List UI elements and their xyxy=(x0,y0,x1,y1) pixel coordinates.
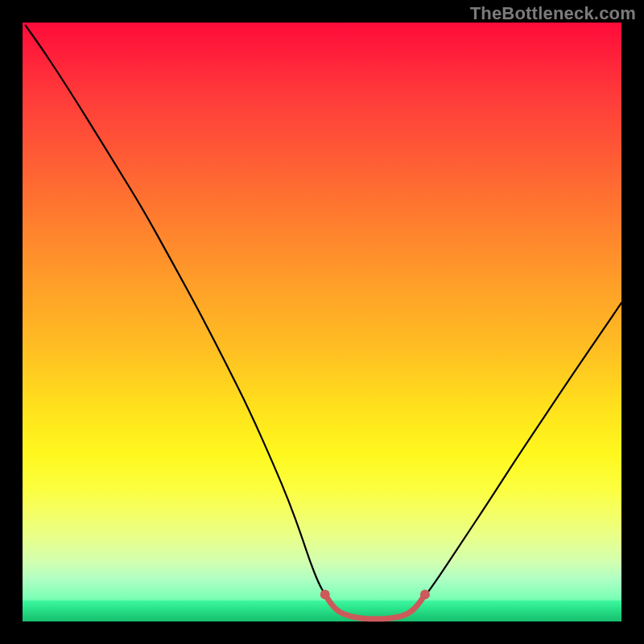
highlight-endpoints xyxy=(320,590,430,600)
watermark-text: TheBottleneck.com xyxy=(470,3,636,24)
curve-overlay xyxy=(23,23,621,621)
highlight-dot xyxy=(320,590,330,600)
outer-frame: TheBottleneck.com xyxy=(0,0,644,644)
highlight-arc xyxy=(325,595,425,619)
highlight-dot xyxy=(420,590,430,600)
v-curve xyxy=(26,26,621,619)
